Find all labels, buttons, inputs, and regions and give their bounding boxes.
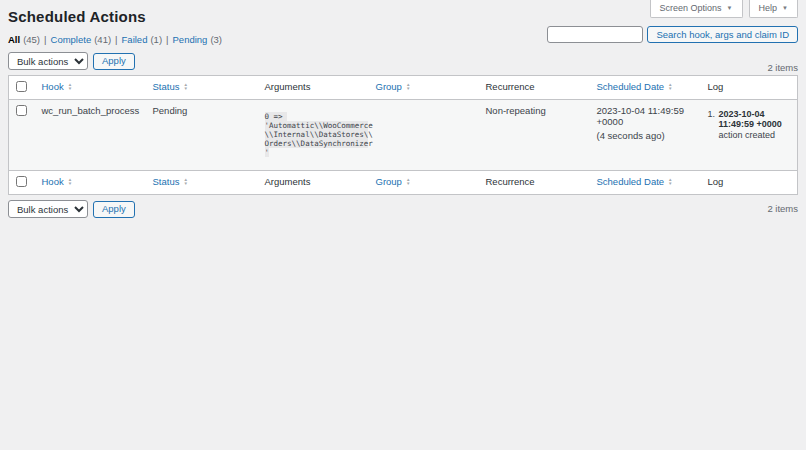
apply-button[interactable]: Apply <box>93 53 135 70</box>
filter-count: (1) <box>150 34 162 45</box>
filter-count: (41) <box>94 34 111 45</box>
sort-status-link[interactable]: Status▲▼ <box>153 81 188 92</box>
log-message: action created <box>719 130 790 140</box>
filter-all[interactable]: All(45) <box>8 34 40 45</box>
filter-separator: | <box>115 34 117 45</box>
row-checkbox[interactable] <box>16 105 27 116</box>
cell-status: Pending <box>145 100 257 171</box>
sort-icon: ▲▼ <box>668 178 672 186</box>
column-footer-hook: Hook▲▼ <box>34 171 145 195</box>
sort-scheduled-date-link[interactable]: Scheduled Date▲▼ <box>597 81 673 92</box>
log-timestamp: 2023-10-04 11:49:59 +0000 <box>719 109 782 129</box>
column-header-status: Status▲▼ <box>145 76 257 100</box>
column-footer-status: Status▲▼ <box>145 171 257 195</box>
cell-arguments: 0 => 'Automattic\\WooCommerce \\Internal… <box>257 100 368 171</box>
sort-icon: ▲▼ <box>183 178 187 186</box>
log-entry: 1. 2023-10-04 11:49:59 +0000 action crea… <box>708 109 790 140</box>
tablenav-bottom: Bulk actions Apply 2 items <box>8 200 798 220</box>
filter-label: Pending <box>173 34 208 45</box>
filter-separator: | <box>44 34 46 45</box>
column-footer-log: Log <box>700 171 798 195</box>
sort-icon: ▲▼ <box>406 178 410 186</box>
cell-log: 1. 2023-10-04 11:49:59 +0000 action crea… <box>700 100 798 171</box>
sort-icon: ▲▼ <box>183 83 187 91</box>
table-row: wc_run_batch_process Pending 0 => 'Autom… <box>9 100 798 171</box>
filter-complete[interactable]: Complete(41) <box>51 34 112 45</box>
bulk-actions-select[interactable]: Bulk actions <box>8 52 88 70</box>
select-all-checkbox-foot[interactable] <box>16 176 27 187</box>
sort-group-link[interactable]: Group▲▼ <box>376 81 411 92</box>
column-footer-arguments: Arguments <box>257 171 368 195</box>
bulk-actions-bottom: Bulk actions Apply <box>8 200 798 218</box>
scheduled-actions-table: Hook▲▼ Status▲▼ Arguments Group▲▼ Recurr… <box>8 75 798 195</box>
column-header-scheduled-date: Scheduled Date▲▼ <box>589 76 700 100</box>
cell-recurrence: Non-repeating <box>478 100 589 171</box>
items-count-bottom: 2 items <box>767 203 798 214</box>
filter-label: Complete <box>51 34 92 45</box>
column-header-log: Log <box>700 76 798 100</box>
filter-label: All <box>8 34 20 45</box>
help-button[interactable]: Help ▼ <box>749 0 798 18</box>
search-box: Search hook, args and claim ID <box>547 26 798 43</box>
cell-scheduled-date: 2023-10-04 11:49:59 +0000 (4 seconds ago… <box>589 100 700 171</box>
bulk-actions-top: Bulk actions Apply <box>8 52 798 70</box>
sort-icon: ▲▼ <box>406 83 410 91</box>
filter-pending[interactable]: Pending(3) <box>173 34 223 45</box>
screen-options-label: Screen Options <box>660 3 722 13</box>
search-submit-button[interactable]: Search hook, args and claim ID <box>647 26 798 43</box>
arguments-code-block: 0 => 'Automattic\\WooCommerce \\Internal… <box>265 112 360 157</box>
items-count: 2 items <box>767 62 798 73</box>
sort-hook-link[interactable]: Hook▲▼ <box>42 81 73 92</box>
sort-status-link[interactable]: Status▲▼ <box>153 176 188 187</box>
filter-count: (3) <box>210 34 222 45</box>
log-entry-number: 1. <box>708 109 719 140</box>
select-all-checkbox[interactable] <box>16 81 27 92</box>
filter-separator: | <box>166 34 168 45</box>
column-header-hook: Hook▲▼ <box>34 76 145 100</box>
bulk-actions-select-bottom[interactable]: Bulk actions <box>8 200 88 218</box>
cell-hook: wc_run_batch_process <box>34 100 145 171</box>
sort-scheduled-date-link[interactable]: Scheduled Date▲▼ <box>597 176 673 187</box>
help-label: Help <box>759 3 778 13</box>
screen-meta-links: Screen Options ▼ Help ▼ <box>650 0 798 18</box>
tablenav-top: Bulk actions Apply 2 items <box>8 52 798 72</box>
column-header-recurrence: Recurrence <box>478 76 589 100</box>
column-header-group: Group▲▼ <box>368 76 478 100</box>
table-header-row: Hook▲▼ Status▲▼ Arguments Group▲▼ Recurr… <box>9 76 798 100</box>
sort-hook-link[interactable]: Hook▲▼ <box>42 176 73 187</box>
chevron-down-icon: ▼ <box>727 5 733 11</box>
sort-icon: ▲▼ <box>668 83 672 91</box>
filter-failed[interactable]: Failed(1) <box>122 34 163 45</box>
column-footer-scheduled-date: Scheduled Date▲▼ <box>589 171 700 195</box>
column-footer-group: Group▲▼ <box>368 171 478 195</box>
column-footer-recurrence: Recurrence <box>478 171 589 195</box>
filter-label: Failed <box>122 34 148 45</box>
table-footer-row: Hook▲▼ Status▲▼ Arguments Group▲▼ Recurr… <box>9 171 798 195</box>
cell-group <box>368 100 478 171</box>
chevron-down-icon: ▼ <box>782 5 788 11</box>
column-header-arguments: Arguments <box>257 76 368 100</box>
content-area: Scheduled Actions All(45) | Complete(41)… <box>0 0 806 220</box>
sort-icon: ▲▼ <box>68 83 72 91</box>
apply-button-bottom[interactable]: Apply <box>93 201 135 218</box>
sort-icon: ▲▼ <box>68 178 72 186</box>
filter-count: (45) <box>23 34 40 45</box>
scheduled-date: 2023-10-04 11:49:59 +0000 <box>597 105 692 127</box>
search-input[interactable] <box>547 26 643 43</box>
screen-options-button[interactable]: Screen Options ▼ <box>650 0 743 18</box>
sort-group-link[interactable]: Group▲▼ <box>376 176 411 187</box>
scheduled-date-relative: (4 seconds ago) <box>597 130 692 141</box>
